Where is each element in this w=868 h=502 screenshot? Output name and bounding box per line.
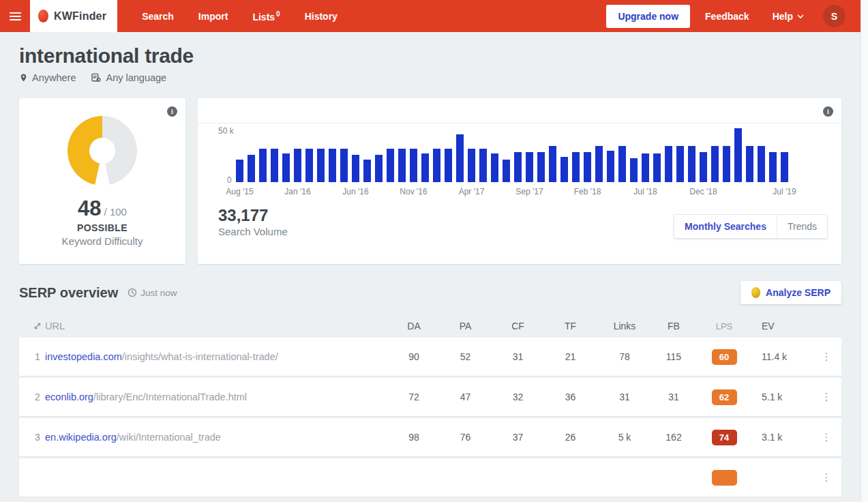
volume-bar	[781, 152, 788, 182]
rank-number: 2	[19, 392, 45, 402]
volume-bar	[560, 157, 568, 182]
volume-bar	[653, 153, 661, 182]
search-volume-label: Search Volume	[218, 226, 288, 237]
url-domain: investopedia.com	[45, 351, 122, 362]
volume-bar-chart[interactable]	[236, 122, 788, 182]
volume-bar	[769, 152, 777, 182]
info-icon[interactable]: i	[823, 106, 833, 117]
lps-badge: 74	[712, 430, 737, 445]
x-axis-tick-label: Jan '16	[284, 187, 310, 196]
translate-icon	[91, 72, 102, 83]
row-menu-icon[interactable]: ⋮	[811, 351, 841, 363]
search-volume-card: i 50 k 0 Aug '15Jan '16Jun '16Nov '16Apr…	[198, 98, 841, 264]
page-scrollbar[interactable]	[860, 0, 868, 502]
result-url: investopedia.com/insights/what-is-intern…	[45, 351, 389, 362]
volume-bar	[282, 153, 290, 182]
links-value: 78	[597, 351, 653, 362]
app-logo[interactable]: KWFinder	[30, 0, 117, 32]
tf-value: 21	[544, 351, 597, 362]
clock-icon	[128, 288, 137, 297]
table-header-row: URL DA PA CF TF Links FB LPS EV	[19, 314, 841, 338]
volume-bar	[734, 128, 742, 182]
result-link[interactable]: investopedia.com/insights/what-is-intern…	[45, 351, 278, 362]
volume-bar	[248, 155, 255, 182]
volume-bar	[549, 146, 556, 182]
upgrade-now-button[interactable]: Upgrade now	[606, 5, 690, 28]
volume-bar	[410, 149, 417, 182]
volume-bar	[526, 152, 533, 182]
url-path: /wiki/International_trade	[117, 432, 221, 443]
column-header-links: Links	[597, 321, 653, 331]
help-menu[interactable]: Help	[764, 7, 812, 26]
language-label: Any language	[106, 72, 166, 83]
volume-bar	[584, 152, 591, 182]
result-url: econlib.org/library/Enc/InternationalTra…	[45, 392, 389, 402]
chevron-down-icon	[797, 14, 804, 18]
nav-item-lists[interactable]: Lists0	[243, 6, 289, 27]
volume-bar	[642, 153, 649, 182]
serp-updated: Just now	[128, 288, 177, 298]
volume-bar	[618, 146, 626, 182]
x-axis-ticks: Aug '15Jan '16Jun '16Nov '16Apr '17Sep '…	[236, 187, 788, 198]
volume-bar	[758, 146, 765, 182]
row-menu-icon[interactable]: ⋮	[811, 431, 841, 443]
result-link[interactable]: en.wikipedia.org/wiki/International_trad…	[45, 432, 221, 443]
row-menu-icon[interactable]: ⋮	[811, 471, 841, 484]
volume-bar	[746, 146, 753, 182]
hamburger-menu-icon[interactable]	[0, 0, 30, 32]
volume-bar	[688, 146, 695, 182]
links-value: 31	[597, 392, 653, 402]
fb-value: 162	[653, 432, 695, 443]
lps-cell	[695, 470, 753, 486]
kwfinder-logo-icon	[38, 10, 48, 23]
row-menu-icon[interactable]: ⋮	[811, 391, 841, 403]
links-value: 5 k	[597, 432, 653, 443]
x-axis-tick-label: Jul '18	[633, 187, 657, 196]
chart-mode-toggle: Monthly Searches Trends	[674, 214, 828, 239]
rank-number: 3	[19, 432, 45, 443]
location-label: Anywhere	[32, 72, 76, 83]
fb-value: 115	[653, 351, 695, 362]
column-header-pa: PA	[439, 321, 492, 331]
feedback-link[interactable]: Feedback	[697, 7, 758, 26]
location-filter[interactable]: Anywhere	[19, 72, 76, 83]
nav-item-search[interactable]: Search	[132, 7, 183, 26]
column-header-url: URL	[45, 321, 389, 331]
volume-bar	[456, 134, 464, 182]
difficulty-score: 48	[78, 196, 101, 220]
volume-bar	[433, 149, 440, 182]
volume-bar	[572, 152, 580, 182]
lps-badge	[712, 470, 737, 486]
cf-value: 31	[492, 351, 544, 362]
nav-item-import[interactable]: Import	[189, 7, 238, 26]
lps-badge: 62	[712, 389, 737, 405]
map-pin-icon	[19, 72, 28, 83]
da-value: 72	[389, 392, 439, 402]
url-path: /library/Enc/InternationalTrade.html	[93, 392, 247, 402]
analyze-serp-button[interactable]: Analyze SERP	[740, 281, 841, 304]
volume-bar	[387, 149, 394, 182]
volume-bar	[595, 146, 603, 182]
lists-count-badge: 0	[276, 10, 280, 18]
tab-monthly-searches[interactable]: Monthly Searches	[674, 214, 777, 239]
volume-bar	[503, 160, 510, 182]
serp-results-table: URL DA PA CF TF Links FB LPS EV 1investo…	[19, 314, 841, 497]
url-path: /insights/what-is-international-trade/	[122, 351, 278, 362]
result-link[interactable]: econlib.org/library/Enc/InternationalTra…	[45, 392, 247, 402]
tab-trends[interactable]: Trends	[777, 214, 828, 239]
difficulty-gauge	[68, 116, 137, 186]
tf-value: 26	[544, 432, 597, 443]
language-filter[interactable]: Any language	[91, 72, 166, 83]
x-axis-tick-label: Jun '16	[342, 187, 368, 196]
pa-value: 47	[439, 392, 492, 402]
avatar[interactable]: S	[823, 5, 845, 27]
volume-bar	[607, 151, 614, 182]
x-axis-tick-label: Dec '18	[689, 187, 717, 196]
serpchecker-logo-icon	[751, 287, 760, 298]
page-title: international trade	[19, 44, 841, 68]
column-header-ev: EV	[753, 321, 811, 331]
volume-bar	[491, 153, 498, 182]
expand-table-icon[interactable]	[19, 321, 45, 331]
nav-item-history[interactable]: History	[295, 7, 347, 26]
info-icon[interactable]: i	[167, 106, 177, 117]
